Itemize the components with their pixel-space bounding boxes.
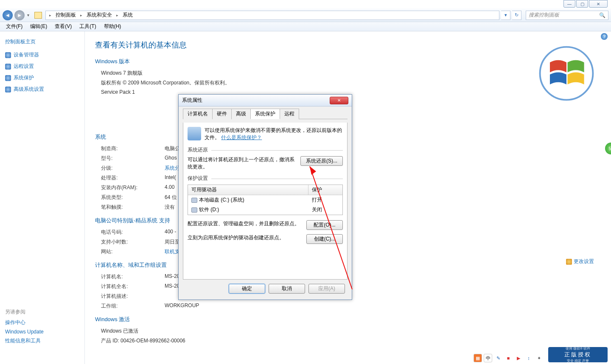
section-windows-edition: Windows 版本 [95,58,601,65]
sidebar-item-label: 远程设置 [14,63,34,70]
label: 计算机全名: [101,283,165,290]
menu-edit[interactable]: 编辑(E) [27,22,50,31]
edition-value: Windows 7 旗舰版 [101,70,143,77]
group-system-restore: 系统还原 [188,146,343,154]
link-performance[interactable]: 性能信息和工具 [5,337,44,344]
menu-tools[interactable]: 工具(T) [76,22,99,31]
website-link[interactable]: 联机支 [165,248,180,255]
breadcrumb[interactable]: ▸ 控制面板 ▸ 系统和安全 ▸ 系统 [45,11,499,20]
ok-button[interactable]: 确定 [229,284,265,294]
disk-icon [191,198,197,203]
dialog-close-button[interactable]: ✕ [330,97,348,104]
sidebar-item-label: 高级系统设置 [14,86,44,93]
drive-table: 可用驱动器 保护 本地磁盘 (C:) (系统) 打开 软件 (D:) 关闭 [188,185,343,215]
tray-icon[interactable]: ▶ [514,354,523,362]
shield-icon [566,259,572,265]
shield-icon [5,64,11,70]
shield-icon [5,75,11,81]
configure-description: 配置还原设置、管理磁盘空间，并且删除还原点。 [188,220,302,227]
activation-status: Windows 已激活 [101,328,138,335]
tab-system-protection[interactable]: 系统保护 [250,109,280,119]
refresh-button[interactable]: ↻ [512,11,521,20]
tray-icon[interactable]: ▦ [474,354,482,362]
what-is-system-protection-link[interactable]: 什么是系统保护？ [221,134,262,140]
menu-help[interactable]: 帮助(H) [101,22,125,31]
value: 没有 [165,204,175,211]
ime-lang[interactable]: 中 [484,354,492,362]
apply-button: 应用(A) [308,284,345,294]
breadcrumb-item[interactable]: 控制面板 [54,11,78,20]
configure-button[interactable]: 配置(O)... [306,220,343,230]
restore-description: 可以通过将计算机还原到上一个还原点，撤消系统更改。 [188,156,296,171]
col-protection: 保护 [308,185,342,195]
sidebar-remote-settings[interactable]: 远程设置 [5,63,79,70]
search-input[interactable]: 搜索控制面板 🔍 [526,11,608,20]
chevron-right-icon: ▸ [48,13,53,17]
system-restore-button[interactable]: 系统还原(S)... [300,156,343,166]
breadcrumb-item[interactable]: 系统 [121,11,135,20]
breadcrumb-item[interactable]: 系统和安全 [85,11,114,20]
drive-protection: 关闭 [308,205,342,215]
control-panel-home-link[interactable]: 控制面板主页 [5,38,79,45]
link-windows-update[interactable]: Windows Update [5,329,44,335]
label: 计算机描述: [101,293,165,300]
value: 400 - [165,229,176,236]
restore-icon [188,127,201,140]
drive-name: 本地磁盘 (C:) (系统) [199,196,244,204]
genuine-badge[interactable]: 使用 微软® 软件 正版授权 安全 稳定 声誉 [548,347,608,362]
tray-icon[interactable]: ■ [504,354,513,362]
change-settings-link[interactable]: 更改设置 [566,258,594,265]
dialog-tabs: 计算机名 硬件 高级 系统保护 远程 [183,108,348,119]
col-drive: 可用驱动器 [188,185,308,195]
minimize-button[interactable]: — [563,0,575,8]
back-button[interactable]: ◄ [3,10,13,20]
tab-remote[interactable]: 远程 [280,109,299,119]
label: 安装内存(RAM): [101,184,165,191]
section-activation: Windows 激活 [95,316,601,323]
rating-link[interactable]: 系统分 [165,165,180,172]
dialog-titlebar[interactable]: 系统属性 ✕ [179,95,352,106]
value: 周日至 [165,238,180,246]
sidebar-device-manager[interactable]: 设备管理器 [5,51,79,59]
cancel-button[interactable]: 取消 [269,284,305,294]
drive-row[interactable]: 软件 (D:) 关闭 [188,205,342,215]
chevron-right-icon: ▸ [78,13,84,17]
shield-icon [5,52,11,58]
tray-icon[interactable]: ✎ [494,354,502,362]
system-properties-dialog: 系统属性 ✕ 计算机名 硬件 高级 系统保护 远程 可以使用系统保护来撤消不需要… [178,94,352,300]
group-protection-settings: 保护设置 [188,175,343,182]
page-title: 查看有关计算机的基本信息 [95,40,601,50]
tab-hardware[interactable]: 硬件 [212,109,232,119]
value: 电脑公 [165,145,180,152]
menu-view[interactable]: 查看(V) [51,22,75,31]
close-button[interactable]: ✕ [589,0,608,8]
label: 系统类型: [101,194,165,201]
tray-icon[interactable]: ✦ [535,354,543,362]
address-dropdown[interactable]: ▾ [501,11,510,20]
menu-file[interactable]: 文件(F) [3,22,26,31]
forward-button[interactable]: ► [14,10,25,20]
search-icon[interactable]: 🔍 [599,12,605,18]
sidebar-system-protection[interactable]: 系统保护 [5,74,79,81]
tray-icon[interactable]: ↕ [524,354,533,362]
info-row: 可以使用系统保护来撤消不需要的系统更改，还原以前版本的文件。 什么是系统保护？ [188,127,343,141]
see-also-heading: 另请参阅 [5,308,44,316]
maximize-button[interactable]: ▢ [576,0,588,8]
label: 分级: [101,165,165,172]
tab-advanced[interactable]: 高级 [231,109,251,119]
create-button[interactable]: 创建(C)... [306,234,343,244]
drive-protection: 打开 [308,195,342,205]
tab-computer-name[interactable]: 计算机名 [183,109,213,119]
copyright-text: 版权所有 © 2009 Microsoft Corporation。保留所有权利… [101,79,230,87]
help-icon[interactable]: ? [601,33,608,40]
product-id: 产品 ID: 00426-OEM-8992662-00006 [101,337,185,344]
value: Ghos [165,155,177,162]
sidebar-advanced-settings[interactable]: 高级系统设置 [5,86,79,93]
drive-row[interactable]: 本地磁盘 (C:) (系统) 打开 [188,195,342,205]
label: 工作组: [101,302,165,310]
label: 制造商: [101,145,165,152]
history-dropdown[interactable]: ▾ [26,13,29,17]
location-icon [34,12,42,19]
link-action-center[interactable]: 操作中心 [5,319,44,326]
badge-bot: 安全 稳定 声誉 [567,358,589,363]
